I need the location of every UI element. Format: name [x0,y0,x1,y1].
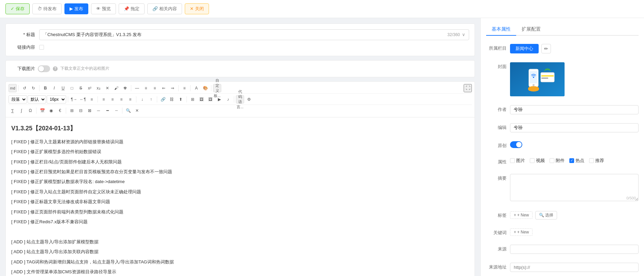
tb-undo-btn[interactable]: ↺ [20,84,29,92]
tb-align-left-btn[interactable]: ≡ [100,95,108,103]
original-toggle[interactable] [510,141,522,148]
source-input[interactable] [510,245,639,254]
tb-zoom-in-btn[interactable]: 🔍 [124,107,132,115]
tb-underline-btn[interactable]: U [59,84,67,92]
attr-video-label: 视频 [536,158,545,164]
tb-style-select[interactable]: 默认 [28,95,46,103]
tb-hr4-btn[interactable]: ╌ [112,107,120,115]
attr-attachment[interactable]: 附件 [550,158,565,164]
editor-content[interactable]: V1.3.25【2024-01-13】 [ FIXED ] 修正导入主题素材资源… [6,117,475,276]
pin-button[interactable]: 📌 拖定 [119,3,145,14]
tb-upload-btn[interactable]: ⬆ [177,95,185,103]
tb-symbol-btn[interactable]: Ω [26,107,34,115]
tb-formula-btn[interactable]: ∫ [17,107,26,115]
tb-link-btn[interactable]: 🔗 [159,95,167,103]
tb-indent-btn[interactable]: ⇒ [168,84,177,92]
tb-special-btn[interactable]: ✾ [121,84,129,92]
summary-textarea[interactable] [510,174,639,201]
close-button[interactable]: ✕ 关闭 [185,3,209,14]
tb-hr-btn[interactable]: — [133,84,141,92]
tb-settings-btn[interactable]: ⚙ [245,95,253,103]
tb-clear-btn[interactable]: ✕ [103,84,111,92]
category-edit-button[interactable]: ✏ [541,44,551,53]
tb-custom-btn[interactable]: 自定义板... [213,84,221,92]
tb-img1-btn[interactable]: 🖼 [197,95,206,103]
tb-align-justify-btn[interactable]: ≡ [126,95,134,103]
category-button[interactable]: 新闻中心 [510,44,539,53]
tb-tbl-insert-btn[interactable]: ⊞ [189,95,197,103]
tb-hr3-btn[interactable]: ━ [103,107,111,115]
tb-bold-btn[interactable]: B [41,84,49,92]
tb-unlink-btn[interactable]: ⛓ [168,95,176,103]
related-icon: 🔗 [152,5,158,12]
tb-superscript-btn[interactable]: x² [86,84,94,92]
plus-icon-2: + [514,230,516,234]
tb-align-center-btn[interactable]: ≡ [108,95,117,103]
tb-font-color-btn[interactable]: A [192,84,200,92]
tag-select-button[interactable]: 🔍 选择 [535,211,557,220]
attr-recommend[interactable]: 推荐 [589,158,604,164]
tb-redo-btn[interactable]: ↻ [29,84,38,92]
pending-button[interactable]: ⏱ 待发布 [32,3,62,14]
tb-expand-btn[interactable]: ⛶ [464,84,472,92]
tb-bg-color-btn[interactable]: 🎨 [201,84,209,92]
tb-euro-btn[interactable]: € [56,107,64,115]
tb-size-select[interactable]: 16px [47,95,66,103]
attr-image[interactable]: 图片 [510,158,525,164]
tb-md-btn[interactable]: md [9,84,17,92]
attr-video[interactable]: 视频 [530,158,545,164]
tb-sup2-btn[interactable]: ↑ [147,95,155,103]
svg-rect-10 [541,78,548,79]
tb-strikethrough-btn[interactable]: S [77,84,85,92]
tb-table3-btn[interactable]: ⊠ [86,107,94,115]
download-img-toggle[interactable] [38,65,50,72]
publish-button[interactable]: ▶ 发布 [64,3,88,14]
tb-audio-btn[interactable]: ♪ [224,95,232,103]
tb-sub2-btn[interactable]: ↓ [138,95,146,103]
tag-add-button[interactable]: + + New [510,211,533,219]
tb-hr2-btn[interactable]: ─ [94,107,103,115]
tag-row: 标签 + + New 🔍 选择 [486,211,639,220]
author-input[interactable] [510,105,639,114]
tb-rtl-btn[interactable]: ←¶ [79,95,87,103]
link-row: 链接内容 [11,44,469,50]
tb-align-right-btn[interactable]: ≡ [117,95,125,103]
cover-image[interactable] [510,62,565,96]
related-button[interactable]: 🔗 相关内容 [147,3,182,14]
title-label: * 标题 [11,32,35,38]
tb-box-btn[interactable]: □ [68,84,76,92]
source-url-input[interactable] [510,263,639,272]
tb-ltr-btn[interactable]: ¶→ [70,95,78,103]
attr-hot[interactable]: 热点 [569,158,584,164]
tb-outdent-btn[interactable]: ⇐ [160,84,168,92]
tb-video-btn[interactable]: ▶ [215,95,223,103]
help-icon[interactable]: ? [53,66,58,71]
tb-italic-btn[interactable]: I [50,84,58,92]
tb-subscript-btn[interactable]: x₂ [94,84,103,92]
title-expand-icon[interactable]: ∨ [462,32,465,37]
tb-table1-btn[interactable]: ⊞ [68,107,76,115]
tb-code-lang-btn[interactable]: 代码语言... [236,95,244,103]
tab-basic-attrs[interactable]: 基本属性 [486,23,516,36]
tag-add-label: + New [517,213,529,217]
editor-input[interactable] [510,123,639,132]
tb-justify-btn[interactable]: ≡ [180,84,189,92]
tb-paint-btn[interactable]: 🖌 [112,84,120,92]
tb-date-btn[interactable]: 📅 [38,107,46,115]
tb-list-ol-btn[interactable]: ≡ [142,84,150,92]
summary-count: 0/500 [626,196,636,200]
title-input-wrapper[interactable]: 「ChestnutCMS 栗子内容管理系统」V1.3.25 发布 32/360 … [39,29,469,40]
tb-indent3-btn[interactable]: ≡ [88,95,96,103]
tb-table2-btn[interactable]: ⊟ [77,107,85,115]
tb-list-ul-btn[interactable]: ≡ [151,84,159,92]
tab-ext-config[interactable]: 扩展配置 [516,23,546,36]
preview-button[interactable]: 👁 预览 [91,3,116,14]
link-checkbox[interactable] [39,45,44,50]
save-button[interactable]: ✓ 保存 [5,3,30,14]
tb-math-btn[interactable]: ∑ [9,107,17,115]
tb-para-select[interactable]: 段落 [9,95,27,103]
tb-img2-btn[interactable]: 🖼 [206,95,214,103]
tb-close-editor-btn[interactable]: ✕ [133,107,141,115]
keyword-add-button[interactable]: + + New [510,228,533,236]
tb-circle-btn[interactable]: ◉ [47,107,55,115]
